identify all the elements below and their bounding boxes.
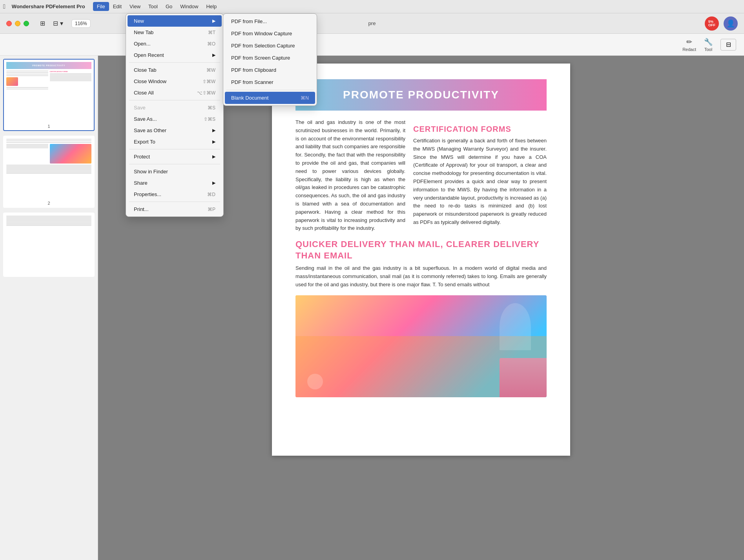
tool-label: Tool [704, 47, 712, 52]
submenu-item-blank-document-shortcut: ⌘N [301, 95, 309, 101]
new-submenu-dropdown: PDF from File... PDF from Window Capture… [223, 13, 317, 106]
menu-item-save-shortcut: ⌘S [208, 105, 215, 111]
page-col-left: The oil and gas industry is one of the m… [295, 118, 405, 233]
grid-view-button[interactable]: ⊞ [37, 18, 48, 29]
menu-item-save-as[interactable]: Save As... ⇧⌘S [128, 113, 222, 125]
menu-item-protect[interactable]: Protect ▶ [128, 151, 222, 162]
menu-divider-3 [129, 149, 220, 149]
menu-go[interactable]: Go [162, 2, 176, 11]
sale-badge[interactable]: 5%OFF [705, 16, 719, 31]
menu-item-properties-shortcut: ⌘D [207, 192, 215, 197]
thumb-title-text: PROMOTE PRODUCTIVITY [33, 64, 66, 67]
menu-item-print-label: Print... [134, 206, 149, 212]
menu-item-open-recent-arrow: ▶ [212, 53, 215, 58]
menu-divider-2 [129, 100, 220, 100]
menu-edit[interactable]: Edit [109, 2, 126, 11]
pdf-page: PROMOTE PRODUCTIVITY The oil and gas ind… [272, 64, 570, 456]
menu-item-close-window-shortcut: ⇧⌘W [202, 79, 215, 84]
redact-button[interactable]: ✏ Redact [682, 38, 696, 52]
section1-heading: CERTIFICATION FORMS [413, 125, 547, 134]
menu-divider-1 [129, 62, 220, 63]
layout-button[interactable]: ⊟ ▾ [53, 18, 64, 29]
panel-toggle-button[interactable]: ⊟ [720, 39, 736, 51]
user-avatar[interactable]: 👤 [724, 16, 738, 31]
menu-item-show-in-finder[interactable]: Show in Finder [128, 166, 222, 177]
page-thumb-1-content: PROMOTE PRODUCTIVITY [4, 60, 94, 122]
menu-item-export-to-arrow: ▶ [212, 139, 215, 144]
menu-item-close-all[interactable]: Close All ⌥⇧⌘W [128, 87, 222, 98]
menu-item-save-label: Save [134, 105, 146, 111]
menu-item-new-arrow: ▶ [212, 18, 215, 24]
menu-item-open-recent[interactable]: Open Recent ▶ [128, 49, 222, 61]
menu-item-protect-arrow: ▶ [212, 154, 215, 159]
submenu-item-pdf-from-selection-label: PDF from Selection Capture [231, 43, 295, 49]
menu-item-save-as-label: Save As... [134, 116, 157, 122]
page-columns: The oil and gas industry is one of the m… [295, 118, 547, 233]
tool-button[interactable]: 🔧 Tool [704, 38, 713, 52]
submenu-item-blank-document[interactable]: Blank Document ⌘N [225, 92, 315, 104]
page-thumb-2[interactable]: 2 [3, 136, 95, 208]
submenu-item-pdf-from-window-label: PDF from Window Capture [231, 31, 292, 36]
redact-icon: ✏ [686, 38, 692, 46]
menu-item-share[interactable]: Share ▶ [128, 177, 222, 189]
page-thumb-1-image: PROMOTE PRODUCTIVITY [4, 60, 94, 122]
left-col-intro-text: The oil and gas industry is one of the m… [295, 118, 405, 233]
menu-item-open-shortcut: ⌘O [207, 41, 215, 47]
menu-item-save-as-other-arrow: ▶ [212, 128, 215, 133]
menu-item-save-as-shortcut: ⇧⌘S [204, 116, 215, 122]
menu-tool[interactable]: Tool [144, 2, 162, 11]
app-name: Wondershare PDFelement Pro [12, 4, 85, 9]
menu-item-share-label: Share [134, 180, 148, 186]
tool-icon: 🔧 [704, 38, 713, 46]
menu-item-new-label: New [134, 18, 144, 24]
menu-item-export-to-label: Export To [134, 139, 155, 145]
page-thumb-3-image [4, 213, 94, 276]
submenu-item-blank-document-label: Blank Document [231, 95, 268, 101]
menu-help[interactable]: Help [202, 2, 221, 11]
page-title: PROMOTE PRODUCTIVITY [343, 89, 499, 101]
section2-body-text: Sending mail in the oil and the gas indu… [295, 264, 547, 289]
submenu-item-pdf-from-file[interactable]: PDF from File... [225, 15, 315, 27]
menu-item-save-as-other[interactable]: Save as Other ▶ [128, 125, 222, 136]
submenu-item-pdf-from-screen-label: PDF from Screen Capture [231, 55, 290, 61]
menu-bar:  Wondershare PDFelement Pro File Edit V… [0, 0, 744, 13]
sidebar: PROMOTE PRODUCTIVITY [0, 56, 98, 560]
minimize-button[interactable] [15, 21, 20, 26]
menu-window[interactable]: Window [176, 2, 202, 11]
menu-item-close-window[interactable]: Close Window ⇧⌘W [128, 76, 222, 87]
menu-divider-4 [129, 164, 220, 164]
menu-item-save-as-other-label: Save as Other [134, 127, 166, 133]
menu-item-close-tab-shortcut: ⌘W [206, 67, 215, 73]
page-col-right: CERTIFICATION FORMS Certification is gen… [413, 118, 547, 233]
menu-item-print[interactable]: Print... ⌘P [128, 204, 222, 215]
menu-item-save[interactable]: Save ⌘S [128, 102, 222, 113]
second-toolbar: ✏ Redact 🔧 Tool ⊟ [0, 34, 744, 56]
menu-item-open-recent-label: Open Recent [134, 52, 164, 58]
page-top-banner: PROMOTE PRODUCTIVITY [295, 79, 547, 111]
menu-item-new-tab[interactable]: New Tab ⌘T [128, 27, 222, 38]
menu-item-protect-label: Protect [134, 154, 150, 160]
submenu-item-pdf-from-window[interactable]: PDF from Window Capture [225, 27, 315, 40]
menu-file[interactable]: File [93, 2, 109, 11]
menu-item-export-to[interactable]: Export To ▶ [128, 136, 222, 147]
page-thumb-1[interactable]: PROMOTE PRODUCTIVITY [3, 59, 95, 131]
submenu-item-pdf-from-screen[interactable]: PDF from Screen Capture [225, 52, 315, 64]
submenu-item-pdf-from-selection[interactable]: PDF from Selection Capture [225, 40, 315, 52]
page-thumb-3[interactable] [3, 213, 95, 277]
menu-view[interactable]: View [126, 2, 144, 11]
menu-item-new[interactable]: New ▶ [128, 15, 222, 27]
apple-logo-icon[interactable]:  [3, 3, 5, 10]
menu-item-properties[interactable]: Properties... ⌘D [128, 189, 222, 200]
submenu-item-pdf-from-scanner[interactable]: PDF from Scanner [225, 76, 315, 88]
menu-item-print-shortcut: ⌘P [208, 207, 215, 212]
section1-body-text: Certification is generally a back and fo… [413, 137, 547, 227]
submenu-item-pdf-from-clipboard[interactable]: PDF from Clipboard [225, 64, 315, 76]
close-button[interactable] [6, 21, 12, 26]
page-beach-image [295, 295, 547, 397]
zoom-display[interactable]: 116% [71, 19, 91, 28]
page-thumb-2-image [4, 136, 94, 199]
maximize-button[interactable] [24, 21, 29, 26]
title-bar: ⊞ ⊟ ▾ 116% pre 5%OFF 👤 [0, 13, 744, 34]
menu-item-close-tab[interactable]: Close Tab ⌘W [128, 64, 222, 76]
menu-item-open[interactable]: Open... ⌘O [128, 38, 222, 49]
